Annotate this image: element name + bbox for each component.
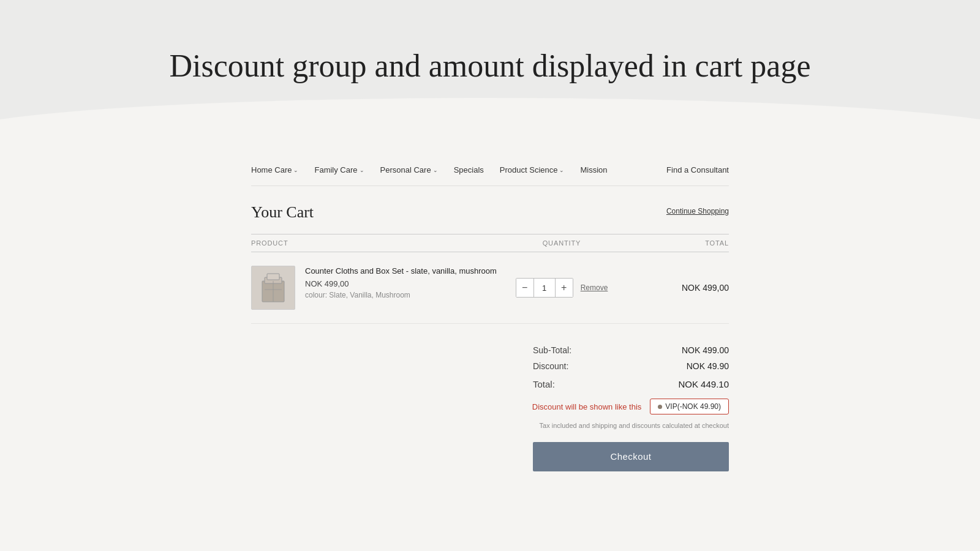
- chevron-down-icon: ⌄: [559, 167, 564, 173]
- col-header-total: TOTAL: [609, 239, 729, 247]
- nav-label-product-science: Product Science: [500, 165, 558, 174]
- continue-shopping-link[interactable]: Continue Shopping: [666, 203, 729, 216]
- discount-label: Discount:: [533, 361, 568, 371]
- discount-row: Discount: NOK 49.90: [533, 358, 729, 374]
- summary-table: Sub-Total: NOK 499.00 Discount: NOK 49.9…: [533, 342, 729, 392]
- cart-summary: Sub-Total: NOK 499.00 Discount: NOK 49.9…: [251, 342, 729, 471]
- nav-label-personal-care: Personal Care: [380, 165, 431, 174]
- hero-banner: Discount group and amount displayed in c…: [0, 0, 980, 135]
- subtotal-label: Sub-Total:: [533, 345, 571, 355]
- nav-item-specials[interactable]: Specials: [454, 165, 484, 174]
- nav-label-specials: Specials: [454, 165, 484, 174]
- discount-note-text: Discount will be shown like this: [532, 402, 641, 411]
- nav-item-family-care[interactable]: Family Care ⌄: [314, 165, 364, 174]
- subtotal-value: NOK 499.00: [682, 345, 729, 355]
- cart-header: Your Cart Continue Shopping: [251, 203, 729, 222]
- total-label: Total:: [533, 379, 555, 389]
- quantity-decrease-button[interactable]: −: [516, 279, 533, 297]
- chevron-down-icon: ⌄: [293, 167, 298, 173]
- page-content: Home Care ⌄ Family Care ⌄ Personal Care …: [239, 135, 741, 508]
- chevron-down-icon: ⌄: [433, 167, 438, 173]
- nav-label-home-care: Home Care: [251, 165, 292, 174]
- svg-rect-2: [267, 274, 279, 280]
- quantity-increase-button[interactable]: +: [556, 279, 573, 297]
- product-thumbnail: [251, 266, 295, 310]
- remove-item-link[interactable]: Remove: [581, 283, 608, 292]
- discount-info-row: Discount will be shown like this VIP(-NO…: [532, 399, 729, 414]
- product-name: Counter Cloths and Box Set - slate, vani…: [305, 266, 497, 277]
- product-info: Counter Cloths and Box Set - slate, vani…: [305, 266, 497, 299]
- table-header: PRODUCT QUANTITY TOTAL: [251, 234, 729, 252]
- subtotal-row: Sub-Total: NOK 499.00: [533, 342, 729, 358]
- nav-item-home-care[interactable]: Home Care ⌄: [251, 165, 298, 174]
- discount-value: NOK 49.90: [687, 361, 729, 371]
- nav-item-mission[interactable]: Mission: [580, 165, 607, 174]
- product-colour: colour: Slate, Vanilla, Mushroom: [305, 291, 497, 299]
- line-total: NOK 499,00: [609, 283, 729, 293]
- navigation: Home Care ⌄ Family Care ⌄ Personal Care …: [251, 153, 729, 186]
- checkout-button[interactable]: Checkout: [533, 442, 729, 471]
- nav-left: Home Care ⌄ Family Care ⌄ Personal Care …: [251, 165, 608, 174]
- col-header-quantity: QUANTITY: [514, 239, 609, 247]
- discount-badge-label: VIP(-NOK 49.90): [665, 402, 721, 411]
- product-image-icon: [258, 270, 288, 305]
- badge-dot-icon: [658, 405, 662, 409]
- product-col: Counter Cloths and Box Set - slate, vani…: [251, 266, 514, 310]
- total-value: NOK 449.10: [678, 379, 729, 389]
- nav-item-personal-care[interactable]: Personal Care ⌄: [380, 165, 438, 174]
- col-header-product: PRODUCT: [251, 239, 514, 247]
- nav-label-family-care: Family Care: [314, 165, 357, 174]
- product-price: NOK 499,00: [305, 279, 497, 288]
- total-row: Total: NOK 449.10: [533, 374, 729, 392]
- nav-label-mission: Mission: [580, 165, 607, 174]
- tax-note: Tax included and shipping and discounts …: [533, 421, 729, 431]
- hero-title: Discount group and amount displayed in c…: [170, 48, 811, 84]
- cart-title: Your Cart: [251, 203, 314, 222]
- quantity-stepper[interactable]: − +: [516, 278, 573, 298]
- quantity-col: − + Remove: [514, 278, 609, 298]
- nav-item-product-science[interactable]: Product Science ⌄: [500, 165, 565, 174]
- discount-badge: VIP(-NOK 49.90): [650, 399, 729, 414]
- find-consultant-link[interactable]: Find a Consultant: [666, 165, 729, 174]
- chevron-down-icon: ⌄: [360, 167, 364, 173]
- quantity-input[interactable]: [533, 279, 556, 297]
- table-row: Counter Cloths and Box Set - slate, vani…: [251, 252, 729, 324]
